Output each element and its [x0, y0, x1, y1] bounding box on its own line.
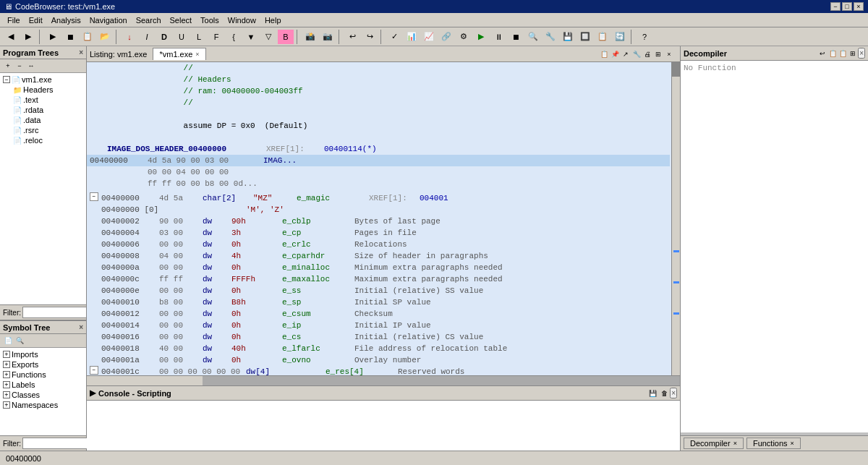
- tree-item-reloc[interactable]: 📄 .reloc: [1, 135, 85, 145]
- tb-btn-23[interactable]: ⏸: [490, 30, 506, 44]
- menu-file[interactable]: File: [3, 13, 25, 27]
- st-namespaces[interactable]: + Namespaces: [1, 400, 85, 410]
- tb-btn-28[interactable]: 🔲: [577, 30, 593, 44]
- st-classes[interactable]: + Classes: [1, 390, 85, 400]
- asm-line[interactable]: 00400006 00 00 dw 0h e_crlc Relocations: [87, 239, 670, 250]
- menu-navigation[interactable]: Navigation: [85, 13, 132, 27]
- tb-btn-2[interactable]: ⏹: [62, 30, 78, 44]
- dec-tab-functions-close[interactable]: ×: [791, 440, 794, 447]
- listing-tab-vm1[interactable]: *vm1.exe ×: [153, 48, 205, 60]
- lh-close-icon[interactable]: ×: [664, 49, 674, 59]
- asm-line[interactable]: 00400008 04 00 dw 4h e_cparhdr Size of h…: [87, 250, 670, 262]
- tb-btn-21[interactable]: ⚙: [456, 30, 472, 44]
- decompiler-tab-functions[interactable]: Functions ×: [746, 438, 801, 449]
- listing-vscrollbar[interactable]: [671, 62, 680, 375]
- tb-btn-18[interactable]: 📊: [404, 30, 420, 44]
- tb-btn-1[interactable]: ▶: [45, 30, 61, 44]
- forward-button[interactable]: ▶: [20, 30, 36, 44]
- listing-body[interactable]: // // Headers // ram: 00400000-004003ff: [87, 62, 680, 375]
- tb-btn-13[interactable]: ▽: [260, 30, 276, 44]
- asm-line[interactable]: // ram: 00400000-004003ff: [87, 85, 670, 97]
- console-clear-btn[interactable]: 🗑: [658, 388, 670, 398]
- st-labels-expand[interactable]: +: [3, 381, 10, 388]
- tree-item-headers[interactable]: 📁 Headers: [1, 85, 85, 95]
- asm-line[interactable]: 0040000a 00 00 dw 0h e_minalloc Minimum …: [87, 262, 670, 273]
- tb-btn-30[interactable]: 🔄: [612, 30, 628, 44]
- tb-btn-11[interactable]: {: [226, 30, 242, 44]
- tb-btn-25[interactable]: 🔍: [525, 30, 541, 44]
- lh-btn-2[interactable]: 📌: [610, 49, 620, 59]
- pt-del-btn[interactable]: −: [14, 61, 25, 71]
- asm-line[interactable]: 00400018 40 00 dw 40h e_lfarlc File addr…: [87, 343, 670, 354]
- asm-line[interactable]: 00400016 00 00 dw 0h e_cs Initial (relat…: [87, 331, 670, 343]
- pt-add-btn[interactable]: +: [3, 61, 13, 71]
- tb-btn-7[interactable]: D: [156, 30, 172, 44]
- st-namespaces-expand[interactable]: +: [3, 401, 10, 409]
- asm-line[interactable]: 00400014 00 00 dw 0h e_ip Initial IP val…: [87, 320, 670, 331]
- asm-line[interactable]: 00 00 04 00 00 00: [87, 166, 670, 178]
- dec-btn-3[interactable]: 📋: [838, 48, 848, 59]
- program-trees-close-icon[interactable]: ×: [79, 48, 83, 56]
- menu-window[interactable]: Window: [224, 13, 260, 27]
- back-button[interactable]: ◀: [3, 30, 19, 44]
- tb-btn-27[interactable]: 💾: [560, 30, 576, 44]
- symbol-tree-close-icon[interactable]: ×: [79, 323, 83, 331]
- tb-btn-8[interactable]: U: [174, 30, 190, 44]
- asm-line[interactable]: 00400000 4d 5a 90 00 03 00 IMAG...: [87, 155, 670, 166]
- tb-btn-14[interactable]: B: [278, 30, 294, 44]
- asm-line[interactable]: 00400002 90 00 dw 90h e_cblp Bytes of la…: [87, 216, 670, 227]
- tb-btn-12[interactable]: ▼: [243, 30, 259, 44]
- tree-expand-vm1[interactable]: −: [3, 76, 10, 83]
- tb-btn-22[interactable]: ▶: [473, 30, 489, 44]
- asm-line[interactable]: [87, 108, 670, 120]
- tb-btn-20[interactable]: 🔗: [438, 30, 454, 44]
- console-save-btn[interactable]: 💾: [647, 388, 658, 398]
- asm-line[interactable]: 00400000 [0] 'M', 'Z': [87, 204, 670, 216]
- asm-line[interactable]: assume DP = 0x0 (Default): [87, 120, 670, 132]
- tb-btn-10[interactable]: F: [208, 30, 224, 44]
- asm-line[interactable]: //: [87, 62, 670, 74]
- menu-edit[interactable]: Edit: [25, 13, 47, 27]
- asm-line[interactable]: 0040001a 00 00 dw 0h e_ovno Overlay numb…: [87, 354, 670, 366]
- asm-line[interactable]: − 00400000 4d 5a char[2] "MZ" e_magic XR…: [87, 192, 670, 204]
- tree-item-text[interactable]: 📄 .text: [1, 95, 85, 105]
- menu-select[interactable]: Select: [166, 13, 197, 27]
- asm-line[interactable]: 00400010 b8 00 dw B8h e_sp Initial SP va…: [87, 297, 670, 308]
- st-exports-expand[interactable]: +: [3, 361, 10, 368]
- tb-btn-5[interactable]: ↓: [122, 30, 137, 44]
- dec-tab-decompiler-close[interactable]: ×: [733, 440, 737, 447]
- decompiler-tab-decompiler[interactable]: Decompiler ×: [684, 438, 744, 449]
- tb-btn-26[interactable]: 🔧: [542, 30, 558, 44]
- eres-collapse-btn[interactable]: −: [90, 366, 98, 375]
- tb-btn-3[interactable]: 📋: [80, 30, 95, 44]
- tb-btn-19[interactable]: 📈: [421, 30, 437, 44]
- st-functions[interactable]: + Functions: [1, 370, 85, 380]
- tb-help[interactable]: ?: [637, 30, 652, 44]
- st-labels[interactable]: + Labels: [1, 380, 85, 390]
- st-classes-expand[interactable]: +: [3, 391, 10, 398]
- asm-line[interactable]: 00400012 00 00 dw 0h e_csum Checksum: [87, 308, 670, 320]
- lh-btn-3[interactable]: 🔧: [631, 49, 642, 59]
- tb-btn-9[interactable]: L: [191, 30, 207, 44]
- lh-btn-4[interactable]: 🖨: [642, 49, 652, 59]
- st-imports-expand[interactable]: +: [3, 351, 10, 358]
- tb-btn-4[interactable]: 📂: [97, 30, 113, 44]
- dec-btn-4[interactable]: ⊞: [848, 48, 858, 59]
- asm-line[interactable]: [87, 132, 670, 143]
- tb-btn-16[interactable]: 📷: [320, 30, 336, 44]
- tree-item-rsrc[interactable]: 📄 .rsrc: [1, 125, 85, 135]
- tb-btn-17[interactable]: ✓: [386, 30, 402, 44]
- tb-btn-15[interactable]: 📸: [302, 30, 318, 44]
- tb-undo[interactable]: ↩: [344, 30, 360, 44]
- asm-line[interactable]: − 0040001c 00 00 00 00 00 00 dw[4] e_res…: [87, 366, 670, 375]
- menu-tools[interactable]: Tools: [196, 13, 224, 27]
- close-button[interactable]: ×: [854, 2, 864, 11]
- asm-line[interactable]: // Headers: [87, 74, 670, 85]
- tree-item-vm1exe[interactable]: − 📄 vm1.exe: [1, 74, 85, 85]
- tree-item-data[interactable]: 📄 .data: [1, 115, 85, 125]
- asm-line[interactable]: 0040000c ff ff dw FFFFh e_maxalloc Maxim…: [87, 273, 670, 285]
- dec-close-icon[interactable]: ×: [858, 48, 865, 59]
- menu-help[interactable]: Help: [260, 13, 286, 27]
- asm-line[interactable]: ff ff 00 00 b8 00 0d...: [87, 178, 670, 189]
- pt-filter-input[interactable]: [22, 307, 86, 318]
